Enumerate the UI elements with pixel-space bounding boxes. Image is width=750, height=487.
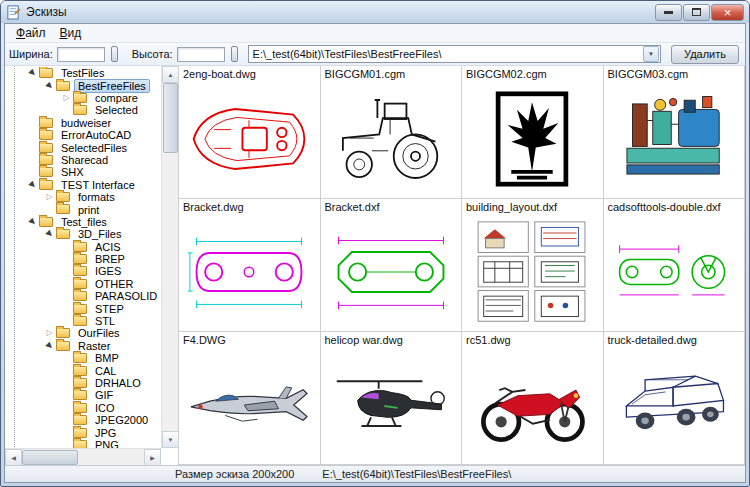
tree-item-acis[interactable]: ACIS bbox=[5, 240, 161, 252]
scroll-left-icon[interactable]: ◀ bbox=[5, 449, 22, 465]
expander-expanded-icon[interactable]: ▶ bbox=[43, 339, 56, 352]
maximize-button[interactable] bbox=[683, 4, 710, 21]
folder-icon bbox=[39, 180, 53, 190]
vertical-scroll-thumb[interactable] bbox=[163, 83, 178, 153]
horizontal-scroll-thumb[interactable] bbox=[22, 450, 78, 465]
expander-expanded-icon[interactable]: ▶ bbox=[43, 228, 56, 241]
thumbnail-filename: cadsofttools-double.dxf bbox=[604, 199, 745, 213]
tree-item-formats[interactable]: ▷formats bbox=[5, 191, 161, 203]
path-combobox-value: E:\_test(64bit)\TestFiles\BestFreeFiles\ bbox=[249, 48, 642, 60]
tree-item-ourfiles[interactable]: ▷OurFiles bbox=[5, 327, 161, 339]
thumbnail-filename: Bracket.dxf bbox=[321, 199, 462, 213]
expander-expanded-icon[interactable]: ▶ bbox=[26, 67, 39, 80]
folder-icon bbox=[39, 155, 53, 165]
titlebar[interactable]: Эскизы × bbox=[1, 1, 749, 23]
tree-item-raster[interactable]: ▶Raster bbox=[5, 340, 161, 352]
scroll-right-icon[interactable]: ▶ bbox=[144, 449, 161, 465]
thumbnail-cell[interactable]: rc51.dwg bbox=[462, 332, 604, 465]
thumbnail-cell[interactable]: BIGCGM02.cgm bbox=[462, 66, 604, 199]
motorcycle-drawing-image bbox=[462, 348, 603, 462]
folder-icon bbox=[73, 304, 87, 314]
jet-drawing-image bbox=[179, 348, 320, 462]
window-title: Эскизы bbox=[26, 5, 650, 19]
height-slider-thumb[interactable] bbox=[231, 46, 238, 62]
tree-item-test-interface[interactable]: ▶TEST Interface bbox=[5, 179, 161, 191]
bracket-dwg-drawing-image bbox=[179, 215, 320, 329]
tree-item-ico[interactable]: ICO bbox=[5, 402, 161, 414]
tree-item-print[interactable]: print bbox=[5, 203, 161, 215]
folder-icon bbox=[73, 390, 87, 400]
width-slider-track[interactable] bbox=[57, 47, 105, 62]
tree-item-jpeg2000[interactable]: JPEG2000 bbox=[5, 414, 161, 426]
tree-item-drhalo[interactable]: DRHALO bbox=[5, 377, 161, 389]
tree-item-selected[interactable]: Selected bbox=[5, 104, 161, 116]
bracket-dxf-drawing-image bbox=[321, 215, 462, 329]
tree-item-gif[interactable]: GIF bbox=[5, 389, 161, 401]
thumbnail-cell[interactable]: 2eng-boat.dwg bbox=[179, 66, 321, 199]
tree-item-3d-files[interactable]: ▶3D_Files bbox=[5, 228, 161, 240]
tree-item-stl[interactable]: STL bbox=[5, 315, 161, 327]
delete-button[interactable]: Удалить bbox=[671, 45, 739, 64]
menu-file[interactable]: Файл bbox=[9, 25, 53, 41]
path-combobox[interactable]: E:\_test(64bit)\TestFiles\BestFreeFiles\… bbox=[248, 45, 661, 63]
folder-icon bbox=[73, 378, 87, 388]
width-slider-thumb[interactable] bbox=[111, 46, 118, 62]
folder-icon bbox=[73, 316, 87, 326]
scroll-down-icon[interactable]: ▼ bbox=[162, 431, 179, 448]
tree-item-sharecad[interactable]: Sharecad bbox=[5, 154, 161, 166]
tree-item-jpg[interactable]: JPG bbox=[5, 426, 161, 438]
expander-expanded-icon[interactable]: ▶ bbox=[26, 215, 39, 228]
expander-expanded-icon[interactable]: ▶ bbox=[26, 178, 39, 191]
cadsofttools-double-drawing-image bbox=[604, 215, 745, 329]
thumbnail-cell[interactable]: BIGCGM03.cgm bbox=[604, 66, 746, 199]
expander-collapsed-icon[interactable]: ▷ bbox=[44, 329, 55, 337]
tree-item-bmp[interactable]: BMP bbox=[5, 352, 161, 364]
tree-item-brep[interactable]: BREP bbox=[5, 253, 161, 265]
menu-view[interactable]: Вид bbox=[53, 25, 89, 41]
symbol-drawing-image bbox=[462, 82, 603, 196]
tree-item-compare[interactable]: ▷compare bbox=[5, 92, 161, 104]
thumbnail-cell[interactable]: BIGCGM01.cgm bbox=[321, 66, 463, 199]
thumbnail-cell[interactable]: cadsofttools-double.dxf bbox=[604, 199, 746, 332]
chevron-down-icon[interactable]: ▼ bbox=[643, 46, 659, 62]
thumbnail-cell[interactable]: F4.DWG bbox=[179, 332, 321, 465]
scroll-up-icon[interactable]: ▲ bbox=[162, 66, 179, 83]
minimize-button[interactable] bbox=[655, 4, 682, 21]
window-controls: × bbox=[655, 4, 744, 21]
tree-item-shx[interactable]: SHX bbox=[5, 166, 161, 178]
tree-item-selectedfiles[interactable]: SelectedFiles bbox=[5, 141, 161, 153]
tractor-drawing-image bbox=[321, 82, 462, 196]
menubar: Файл Вид bbox=[5, 24, 745, 43]
thumbnail-filename: BIGCGM02.cgm bbox=[462, 66, 603, 80]
thumbnail-cell[interactable]: Bracket.dxf bbox=[321, 199, 463, 332]
thumbnail-filename: 2eng-boat.dwg bbox=[179, 66, 320, 80]
folder-icon bbox=[73, 242, 87, 252]
folder-icon bbox=[73, 415, 87, 425]
scroll-track[interactable] bbox=[78, 449, 144, 465]
folder-icon bbox=[73, 254, 87, 264]
folder-icon bbox=[56, 341, 70, 351]
tree-item-bestfreefiles[interactable]: ▶BestFreeFiles bbox=[5, 79, 161, 91]
tree-item-png[interactable]: PNG bbox=[5, 439, 161, 448]
tree-item-iges[interactable]: IGES bbox=[5, 265, 161, 277]
close-button[interactable]: × bbox=[711, 4, 744, 21]
expander-collapsed-icon[interactable]: ▷ bbox=[44, 193, 55, 201]
thumbnail-cell[interactable]: truck-detailed.dwg bbox=[604, 332, 746, 465]
tree-item-parasolid[interactable]: PARASOLID bbox=[5, 290, 161, 302]
tree-item-budweiser[interactable]: budweiser bbox=[5, 117, 161, 129]
tree-item-testfiles[interactable]: ▶TestFiles bbox=[5, 67, 161, 79]
folder-icon bbox=[39, 118, 53, 128]
tree-item-cal[interactable]: CAL bbox=[5, 364, 161, 376]
thumbnail-cell[interactable]: building_layout.dxf bbox=[462, 199, 604, 332]
tree-item-other[interactable]: OTHER bbox=[5, 278, 161, 290]
tree-item-step[interactable]: STEP bbox=[5, 302, 161, 314]
tree-item-errorautocad[interactable]: ErrorAutoCAD bbox=[5, 129, 161, 141]
thumbnail-cell[interactable]: helicop war.dwg bbox=[321, 332, 463, 465]
thumbnail-cell[interactable]: Bracket.dwg bbox=[179, 199, 321, 332]
expander-collapsed-icon[interactable]: ▷ bbox=[61, 94, 72, 102]
tree-vertical-scrollbar[interactable]: ▲ ▼ bbox=[161, 66, 178, 448]
tree-item-test_files[interactable]: ▶Test_files bbox=[5, 216, 161, 228]
expander-expanded-icon[interactable]: ▶ bbox=[43, 79, 56, 92]
tree-horizontal-scrollbar[interactable]: ◀ ▶ bbox=[5, 448, 161, 465]
height-slider-track[interactable] bbox=[177, 47, 225, 62]
